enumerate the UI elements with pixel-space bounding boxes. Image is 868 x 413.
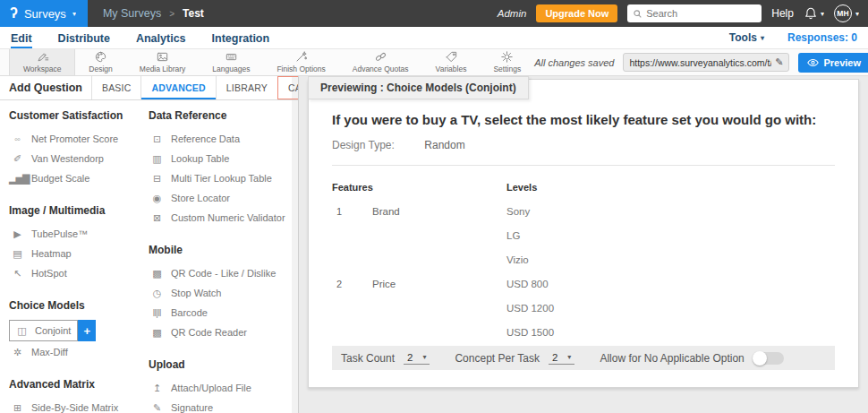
feature-name: Price xyxy=(372,271,506,296)
toolbar-media-library[interactable]: Media Library xyxy=(126,49,200,75)
no-applicable-toggle[interactable] xyxy=(753,352,784,365)
toolbar-label: Workspace xyxy=(23,65,61,73)
question-type-barcode[interactable]: ‖|‖Barcode xyxy=(149,303,298,323)
question-type-store-locator[interactable]: ◉Store Locator xyxy=(149,188,298,208)
tools-menu[interactable]: Tools▾ xyxy=(729,31,764,44)
question-type-net-promoter-score[interactable]: ◦◦Net Promoter Score xyxy=(9,129,149,149)
question-type-conjoint[interactable]: ◫Conjoint+ xyxy=(9,319,149,342)
preview-stage: Previewing : Choice Models (Conjoint) If… xyxy=(299,76,868,413)
question-type-label: Conjoint xyxy=(35,325,71,336)
search-input[interactable] xyxy=(646,8,756,19)
divider xyxy=(332,165,835,166)
question-type-side-by-side-matrix[interactable]: ⊞Side-By-Side Matrix xyxy=(9,398,149,413)
nav-right: Tools▾ Responses: 0 xyxy=(729,31,857,44)
question-type-hotspot[interactable]: ↖HotSpot xyxy=(9,263,149,283)
question-type-signature[interactable]: ✎Signature xyxy=(149,398,298,413)
task-count-select[interactable]: 2▾ xyxy=(404,352,430,365)
responses-count[interactable]: Responses: 0 xyxy=(787,31,857,44)
lookup-table-icon: ▥ xyxy=(149,154,165,164)
design-type-row: Design Type: Random xyxy=(332,139,835,151)
add-question-plus-button[interactable]: + xyxy=(78,320,96,341)
feature-number xyxy=(332,320,372,344)
levels-header: Levels xyxy=(506,175,835,199)
product-switcher[interactable]: ʔ Surveys ▾ xyxy=(0,0,88,27)
help-link[interactable]: Help xyxy=(771,7,794,20)
question-type-lookup-table[interactable]: ▥Lookup Table xyxy=(149,149,298,168)
selected-question-type: ◫Conjoint+ xyxy=(9,320,96,341)
section-header: Customer Satisfaction xyxy=(9,108,149,124)
question-type-label: QR Code - Like / Dislike xyxy=(171,268,276,279)
section-header: Choice Models xyxy=(9,297,149,314)
question-type-multi-tier-lookup-table[interactable]: ⊟Multi Tier Lookup Table xyxy=(149,168,298,188)
toolbar-advance-quotas[interactable]: Advance Quotas xyxy=(339,49,422,75)
question-type-qr-code-like-dislike[interactable]: ▩QR Code - Like / Dislike xyxy=(149,263,298,283)
breadcrumb-my-surveys[interactable]: My Surveys xyxy=(103,7,161,20)
toolbar-label: Variables xyxy=(436,65,467,73)
toolbar-finish-options[interactable]: Finish Options xyxy=(263,49,338,75)
toolbar-workspace[interactable]: Workspace xyxy=(9,49,75,75)
question-type-max-diff[interactable]: ✲Max-Diff xyxy=(9,342,149,362)
nav-tab-analytics[interactable]: Analytics xyxy=(136,30,186,48)
question-type-label: Van Westendorp xyxy=(31,153,104,164)
allow-no-applicable-label: Allow for No Applicable Option xyxy=(600,352,744,365)
question-type-reference-data[interactable]: ⊡Reference Data xyxy=(149,129,298,149)
global-search[interactable] xyxy=(627,4,762,22)
nav-tab-edit[interactable]: Edit xyxy=(11,30,32,48)
top-header: ʔ Surveys ▾ My Surveys > Test Admin Upgr… xyxy=(0,0,868,27)
user-menu[interactable]: MH ▾ xyxy=(834,4,859,22)
concept-per-task-select[interactable]: 2▾ xyxy=(549,352,574,365)
question-type-budget-scale[interactable]: ▂▅▇Budget Scale xyxy=(9,168,149,188)
nav-tab-distribute[interactable]: Distribute xyxy=(58,30,110,48)
chain-icon xyxy=(374,50,387,64)
feature-level: LG xyxy=(506,223,835,247)
edit-url-pencil-icon[interactable]: ✎ xyxy=(775,56,783,68)
nav-tab-integration[interactable]: Integration xyxy=(212,30,270,48)
tab-advanced[interactable]: ADVANCED xyxy=(140,76,215,99)
survey-nav: EditDistributeAnalyticsIntegration Tools… xyxy=(0,27,868,49)
tab-library[interactable]: LIBRARY xyxy=(216,76,277,99)
chevron-down-icon: ▾ xyxy=(761,34,764,42)
question-type-heatmap[interactable]: ▤Heatmap xyxy=(9,244,149,263)
preview-button[interactable]: Preview xyxy=(798,53,868,73)
feature-number xyxy=(332,247,372,271)
upload-icon: ↥ xyxy=(149,383,165,393)
section-choice-models: Choice Models◫Conjoint+✲Max-Diff xyxy=(9,297,149,362)
qr-code-icon: ▩ xyxy=(149,269,165,279)
preview-label: Preview xyxy=(823,57,861,68)
tag-icon xyxy=(445,50,458,64)
map-pin-icon: ◉ xyxy=(149,194,165,203)
question-type-van-westendorp[interactable]: ✐Van Westendorp xyxy=(9,149,149,168)
question-type-label: Custom Numeric Validator xyxy=(171,212,285,223)
question-type-custom-numeric-validator[interactable]: ⊠Custom Numeric Validator xyxy=(149,208,298,228)
tab-canvas[interactable]: CANVAS xyxy=(277,76,299,99)
question-type-tubepulse[interactable]: ▶TubePulse™ xyxy=(9,224,149,244)
notifications-menu[interactable]: ▾ xyxy=(804,6,824,21)
toolbar-languages[interactable]: Languages xyxy=(199,49,263,75)
toolbar-design[interactable]: Design xyxy=(75,49,125,75)
pencil-list-icon xyxy=(36,50,49,64)
question-type-qr-code-reader[interactable]: ▩QR Code Reader xyxy=(149,323,298,342)
tab-basic[interactable]: BASIC xyxy=(91,76,141,99)
toolbar-label: Advance Quotas xyxy=(353,65,409,73)
toolbar-label: Settings xyxy=(493,65,521,73)
feature-level: Vizio xyxy=(506,247,835,271)
header-actions: Admin Upgrade Now Help ▾ MH ▾ xyxy=(498,0,868,27)
palette-icon xyxy=(94,50,107,64)
questionpro-logo-icon: ʔ xyxy=(10,6,18,21)
image-icon xyxy=(156,50,169,64)
toolbar-variables[interactable]: Variables xyxy=(422,49,481,75)
question-text: If you were to buy a TV, select the most… xyxy=(332,112,835,127)
qr-reader-icon: ▩ xyxy=(149,328,165,338)
upgrade-now-button[interactable]: Upgrade Now xyxy=(536,4,617,22)
question-type-attach-upload-file[interactable]: ↥Attach/Upload File xyxy=(149,378,298,398)
survey-url-field[interactable]: https://www.surveyanalytics.com/t/AI77 ✎ xyxy=(623,53,789,72)
admin-label[interactable]: Admin xyxy=(498,8,527,19)
feature-name xyxy=(372,223,506,247)
bar-chart-icon: ▂▅▇ xyxy=(9,174,25,184)
question-type-stop-watch[interactable]: ◷Stop Watch xyxy=(149,283,298,303)
question-type-label: Lookup Table xyxy=(171,153,229,164)
toolbar-right: All changes saved https://www.surveyanal… xyxy=(534,49,868,75)
reference-data-icon: ⊡ xyxy=(149,134,165,144)
question-type-column: Customer Satisfaction◦◦Net Promoter Scor… xyxy=(9,108,149,413)
toolbar-settings[interactable]: Settings xyxy=(480,49,534,75)
